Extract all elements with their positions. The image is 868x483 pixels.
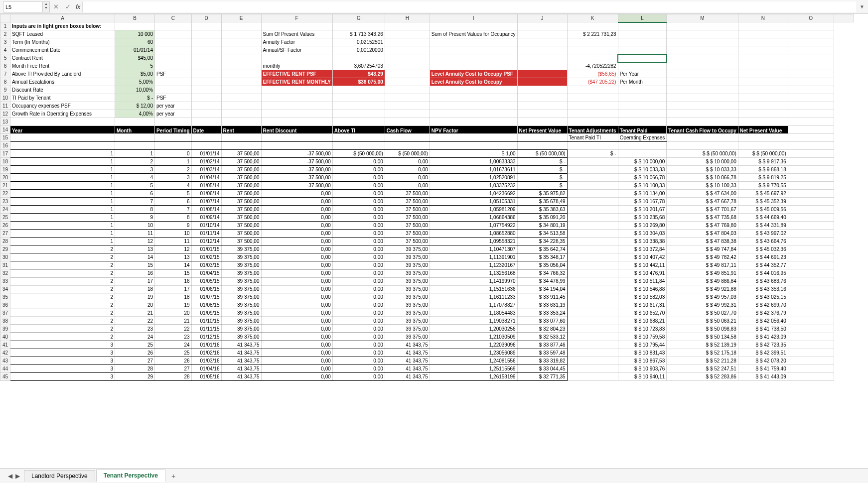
cell-B8[interactable]: 5,00% <box>115 78 155 86</box>
col-header-M[interactable]: M <box>667 14 738 22</box>
cell-B10[interactable]: $ - <box>115 94 155 102</box>
cell-I21: 1,03375232 <box>430 182 517 190</box>
spreadsheet-grid[interactable]: ABCDEFGHIJKLMNO1Inputs are in light gree… <box>0 14 868 468</box>
row-header-41[interactable]: 41 <box>0 341 10 349</box>
cell-B35: 19 <box>115 293 155 301</box>
add-sheet-button[interactable]: + <box>166 470 180 482</box>
cell-L5[interactable] <box>618 54 667 62</box>
cancel-icon[interactable]: ✕ <box>50 3 62 10</box>
cell-B1[interactable] <box>115 22 155 30</box>
row-header-33[interactable]: 33 <box>0 277 10 285</box>
row-header-17[interactable]: 17 <box>0 150 10 158</box>
col-header-N[interactable]: N <box>738 14 788 22</box>
cell-O37 <box>788 309 834 317</box>
cell-B12[interactable]: 4,00% <box>115 110 155 118</box>
col-header-I[interactable]: I <box>430 14 517 22</box>
col-header-L[interactable]: L <box>618 14 667 22</box>
cell-K25 <box>567 214 618 222</box>
row-header-39[interactable]: 39 <box>0 325 10 333</box>
row-header-25[interactable]: 25 <box>0 214 10 222</box>
row-header-36[interactable]: 36 <box>0 301 10 309</box>
cell-I35: 1,16111233 <box>430 293 517 301</box>
select-all-corner[interactable] <box>0 14 10 22</box>
row-header-27[interactable]: 27 <box>0 230 10 238</box>
confirm-icon[interactable]: ✓ <box>62 3 74 10</box>
row-header-42[interactable]: 42 <box>0 349 10 357</box>
col-header-F[interactable]: F <box>261 14 332 22</box>
row-header-14[interactable]: 14 <box>0 126 10 134</box>
row-header-3[interactable]: 3 <box>0 38 10 46</box>
cell-O34 <box>788 285 834 293</box>
cell-B2[interactable]: 10 000 <box>115 30 155 38</box>
cell-B3[interactable]: 60 <box>115 38 155 46</box>
sheet-nav-next-icon[interactable]: ▶ <box>15 473 20 480</box>
col-header-E[interactable]: E <box>221 14 261 22</box>
row-header-34[interactable]: 34 <box>0 285 10 293</box>
row-header-1[interactable]: 1 <box>0 22 10 30</box>
row-header-10[interactable]: 10 <box>0 94 10 102</box>
sheet-nav-prev-icon[interactable]: ◀ <box>8 473 12 480</box>
row-header-19[interactable]: 19 <box>0 166 10 174</box>
row-header-28[interactable]: 28 <box>0 238 10 245</box>
cell-N7 <box>738 70 788 78</box>
row-header-12[interactable]: 12 <box>0 110 10 118</box>
cell-B4[interactable]: 01/01/14 <box>115 46 155 54</box>
col-header-B[interactable]: B <box>115 14 155 22</box>
row-header-2[interactable]: 2 <box>0 30 10 38</box>
row-header-35[interactable]: 35 <box>0 293 10 301</box>
col-header-D[interactable]: D <box>191 14 221 22</box>
row-header-16[interactable]: 16 <box>0 142 10 150</box>
formula-input[interactable] <box>82 1 856 12</box>
row-header-37[interactable]: 37 <box>0 309 10 317</box>
cell-G14: Above TI <box>332 126 385 134</box>
row-header-26[interactable]: 26 <box>0 222 10 230</box>
cell-H16 <box>385 142 430 150</box>
cell-D16 <box>191 142 221 150</box>
col-header-A[interactable]: A <box>10 14 115 22</box>
row-header-8[interactable]: 8 <box>0 78 10 86</box>
row-header-45[interactable]: 45 <box>0 373 10 381</box>
col-header-C[interactable]: C <box>155 14 192 22</box>
row-header-5[interactable]: 5 <box>0 54 10 62</box>
row-header-13[interactable]: 13 <box>0 118 10 126</box>
cell-B11[interactable]: $ 12,00 <box>115 102 155 110</box>
col-header-O[interactable]: O <box>788 14 834 22</box>
col-header-G[interactable]: G <box>332 14 385 22</box>
row-header-31[interactable]: 31 <box>0 261 10 269</box>
name-box-stepper[interactable]: ▲▼ <box>43 1 50 12</box>
row-header-15[interactable]: 15 <box>0 134 10 142</box>
cell-B6[interactable]: 5 <box>115 62 155 70</box>
sheet-tab-tenant[interactable]: Tenant Perspective <box>96 470 165 482</box>
name-box[interactable]: L5 <box>3 1 43 12</box>
row-header-20[interactable]: 20 <box>0 174 10 182</box>
row-header-40[interactable]: 40 <box>0 333 10 341</box>
row-header-18[interactable]: 18 <box>0 158 10 166</box>
col-header-K[interactable]: K <box>567 14 618 22</box>
row-header-22[interactable]: 22 <box>0 190 10 198</box>
row-header-30[interactable]: 30 <box>0 253 10 261</box>
cell-H8 <box>385 78 430 86</box>
formula-expand-icon[interactable]: ▼ <box>856 4 868 9</box>
col-header-J[interactable]: J <box>517 14 567 22</box>
cell-B9[interactable]: 10,00% <box>115 86 155 94</box>
sheet-tab-landlord[interactable]: Landlord Perspective <box>24 470 95 482</box>
row-header-21[interactable]: 21 <box>0 182 10 190</box>
row-header-29[interactable]: 29 <box>0 245 10 253</box>
cell-B5[interactable]: $45,00 <box>115 54 155 62</box>
cell-D34: 01/06/15 <box>191 285 221 293</box>
row-header-6[interactable]: 6 <box>0 62 10 70</box>
row-header-7[interactable]: 7 <box>0 70 10 78</box>
cell-B7[interactable]: $5,00 <box>115 70 155 78</box>
col-header-H[interactable]: H <box>385 14 430 22</box>
row-header-32[interactable]: 32 <box>0 269 10 277</box>
row-header-24[interactable]: 24 <box>0 206 10 214</box>
row-header-9[interactable]: 9 <box>0 86 10 94</box>
row-header-11[interactable]: 11 <box>0 102 10 110</box>
row-header-43[interactable]: 43 <box>0 357 10 365</box>
row-header-44[interactable]: 44 <box>0 365 10 373</box>
row-header-38[interactable]: 38 <box>0 317 10 325</box>
row-header-4[interactable]: 4 <box>0 46 10 54</box>
row-header-23[interactable]: 23 <box>0 198 10 206</box>
cell-F17: -37 500,00 <box>261 150 332 158</box>
cell-K39 <box>567 325 618 333</box>
